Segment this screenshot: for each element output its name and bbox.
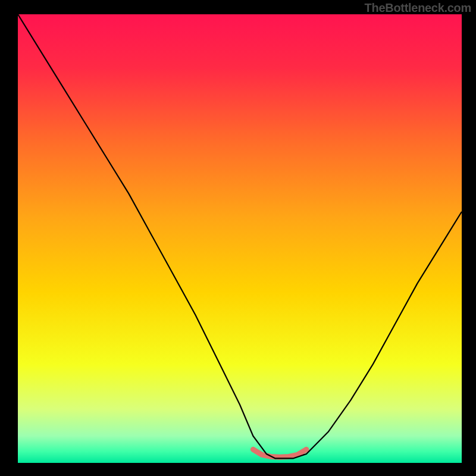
watermark-text: TheBottleneck.com — [365, 1, 471, 15]
plot-area — [18, 14, 462, 463]
curve-layer — [18, 14, 462, 463]
optimal-range-highlight — [253, 449, 306, 457]
bottleneck-curve — [18, 14, 462, 458]
chart-container: TheBottleneck.com — [0, 0, 476, 476]
